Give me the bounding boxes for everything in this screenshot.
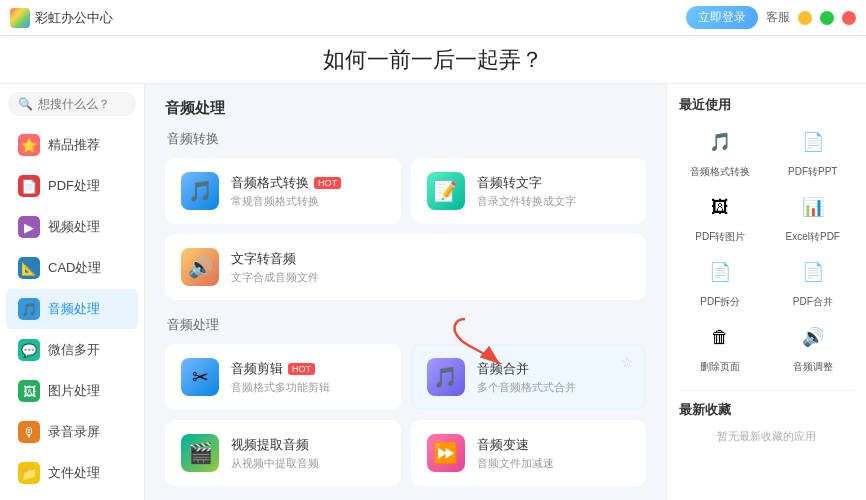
right-panel: 最近使用 🎵 音频格式转换 📄 PDF转PPT 🖼 PDF转图片 📊 Excel… [666, 84, 866, 500]
tool-name-text-to-audio: 文字转音频 [231, 250, 630, 268]
title-bar-controls: 立即登录 客服 [686, 6, 856, 29]
sidebar-item-image[interactable]: 🖼 图片处理 [6, 371, 138, 411]
sidebar-icon-premium: ⭐ [18, 134, 40, 156]
tools-grid-1: 🎵 音频格式转换HOT 常规音频格式转换 📝 音频转文字 音录文件转换成文字 🔊… [165, 158, 646, 300]
tool-info-audio-edit: 音频剪辑HOT 音频格式多功能剪辑 [231, 360, 385, 395]
sidebar-item-cad[interactable]: 📐 CAD处理 [6, 248, 138, 288]
tool-name-audio-merge: 音频合并 [477, 360, 631, 378]
tool-icon-audio-speed: ⏩ [427, 434, 465, 472]
sidebar-item-record[interactable]: 🎙 录音录屏 [6, 412, 138, 452]
star-icon[interactable]: ☆ [621, 354, 634, 370]
sidebar-item-audio[interactable]: 🎵 音频处理 [6, 289, 138, 329]
collect-empty: 暂无最新收藏的应用 [679, 429, 854, 444]
recent-item-recent-pdf-split[interactable]: 📄 PDF拆分 [679, 254, 762, 309]
sidebar-item-system[interactable]: ⚙ 系统工具 [6, 494, 138, 500]
app-name: 彩虹办公中心 [35, 9, 113, 27]
tool-desc-text-to-audio: 文字合成音频文件 [231, 270, 630, 285]
recent-icon-recent-format: 🎵 [702, 124, 738, 160]
page-title: 如何一前一后一起弄？ [323, 45, 543, 75]
app-logo: 彩虹办公中心 [10, 8, 113, 28]
tool-name-audio-edit: 音频剪辑HOT [231, 360, 385, 378]
sidebar-icon-pdf: 📄 [18, 175, 40, 197]
hot-badge: HOT [314, 177, 341, 189]
recent-item-recent-format[interactable]: 🎵 音频格式转换 [679, 124, 762, 179]
recent-label-recent-format: 音频格式转换 [690, 165, 750, 179]
tool-card-audio-merge[interactable]: 🎵 音频合并 多个音频格式式合并 ☆ [411, 344, 647, 410]
sidebar-label-wechat: 微信多开 [48, 341, 100, 359]
sidebar-label-premium: 精品推荐 [48, 136, 100, 154]
recent-label-recent-excel-pdf: Excel转PDF [786, 230, 840, 244]
sidebar-item-pdf[interactable]: 📄 PDF处理 [6, 166, 138, 206]
app-header: 如何一前一后一起弄？ [0, 36, 866, 84]
sidebar-icon-video: ▶ [18, 216, 40, 238]
tool-name-audio-speed: 音频变速 [477, 436, 631, 454]
tool-icon-audio-merge: 🎵 [427, 358, 465, 396]
recent-label-recent-pdf-ppt: PDF转PPT [788, 165, 837, 179]
tool-card-audio-edit[interactable]: ✂ 音频剪辑HOT 音频格式多功能剪辑 [165, 344, 401, 410]
sidebar-item-video[interactable]: ▶ 视频处理 [6, 207, 138, 247]
recent-icon-recent-pdf-split: 📄 [702, 254, 738, 290]
search-input[interactable] [38, 97, 126, 111]
sidebar-label-image: 图片处理 [48, 382, 100, 400]
tool-card-extract-audio[interactable]: 🎬 视频提取音频 从视频中提取音频 [165, 420, 401, 486]
tool-desc-audio-to-text: 音录文件转换成文字 [477, 194, 631, 209]
recent-item-recent-pdf-ppt[interactable]: 📄 PDF转PPT [772, 124, 855, 179]
sidebar: 🔍 ⭐ 精品推荐 📄 PDF处理 ▶ 视频处理 📐 CAD处理 🎵 音频处理 💬… [0, 84, 145, 500]
tool-desc-audio-merge: 多个音频格式式合并 [477, 380, 631, 395]
sidebar-label-cad: CAD处理 [48, 259, 101, 277]
login-button[interactable]: 立即登录 [686, 6, 758, 29]
tool-name-extract-audio: 视频提取音频 [231, 436, 385, 454]
recent-icon-recent-audio-adj: 🔊 [795, 319, 831, 355]
collect-title: 最新收藏 [679, 401, 854, 419]
tool-info-format-convert: 音频格式转换HOT 常规音频格式转换 [231, 174, 385, 209]
sidebar-icon-file: 📁 [18, 462, 40, 484]
tool-info-text-to-audio: 文字转音频 文字合成音频文件 [231, 250, 630, 285]
sidebar-icon-cad: 📐 [18, 257, 40, 279]
sidebar-icon-wechat: 💬 [18, 339, 40, 361]
sidebar-icon-audio: 🎵 [18, 298, 40, 320]
sidebar-label-video: 视频处理 [48, 218, 100, 236]
recent-item-recent-del-page[interactable]: 🗑 删除页面 [679, 319, 762, 374]
tool-info-audio-speed: 音频变速 音频文件加减速 [477, 436, 631, 471]
sidebar-label-file: 文件处理 [48, 464, 100, 482]
close-button[interactable] [842, 11, 856, 25]
logo-icon [10, 8, 30, 28]
subsection-title-1: 音频转换 [165, 130, 646, 148]
recent-label-recent-pdf-img: PDF转图片 [695, 230, 745, 244]
tool-desc-audio-edit: 音频格式多功能剪辑 [231, 380, 385, 395]
tool-info-audio-to-text: 音频转文字 音录文件转换成文字 [477, 174, 631, 209]
recent-label-recent-audio-adj: 音频调整 [793, 360, 833, 374]
recent-item-recent-audio-adj[interactable]: 🔊 音频调整 [772, 319, 855, 374]
sidebar-label-pdf: PDF处理 [48, 177, 100, 195]
tool-desc-extract-audio: 从视频中提取音频 [231, 456, 385, 471]
tool-info-extract-audio: 视频提取音频 从视频中提取音频 [231, 436, 385, 471]
register-button[interactable]: 客服 [766, 9, 790, 26]
sidebar-item-file[interactable]: 📁 文件处理 [6, 453, 138, 493]
tool-card-audio-to-text[interactable]: 📝 音频转文字 音录文件转换成文字 [411, 158, 647, 224]
subsection-title-2: 音频处理 [165, 316, 646, 334]
recent-icon-recent-pdf-ppt: 📄 [795, 124, 831, 160]
tool-name-format-convert: 音频格式转换HOT [231, 174, 385, 192]
tool-icon-audio-edit: ✂ [181, 358, 219, 396]
title-bar: 彩虹办公中心 立即登录 客服 [0, 0, 866, 36]
tool-card-format-convert[interactable]: 🎵 音频格式转换HOT 常规音频格式转换 [165, 158, 401, 224]
sidebar-item-premium[interactable]: ⭐ 精品推荐 [6, 125, 138, 165]
recent-item-recent-pdf-img[interactable]: 🖼 PDF转图片 [679, 189, 762, 244]
recent-item-recent-excel-pdf[interactable]: 📊 Excel转PDF [772, 189, 855, 244]
tool-desc-audio-speed: 音频文件加减速 [477, 456, 631, 471]
sidebar-item-wechat[interactable]: 💬 微信多开 [6, 330, 138, 370]
maximize-button[interactable] [820, 11, 834, 25]
recent-icon-recent-pdf-merge: 📄 [795, 254, 831, 290]
recent-label-recent-pdf-split: PDF拆分 [700, 295, 740, 309]
tool-card-audio-speed[interactable]: ⏩ 音频变速 音频文件加减速 [411, 420, 647, 486]
recent-grid: 🎵 音频格式转换 📄 PDF转PPT 🖼 PDF转图片 📊 Excel转PDF … [679, 124, 854, 374]
minimize-button[interactable] [798, 11, 812, 25]
tools-grid-2: ✂ 音频剪辑HOT 音频格式多功能剪辑 🎵 音频合并 多个音频格式式合并 ☆ 🎬… [165, 344, 646, 486]
recent-icon-recent-del-page: 🗑 [702, 319, 738, 355]
recent-icon-recent-pdf-img: 🖼 [702, 189, 738, 225]
tool-card-text-to-audio[interactable]: 🔊 文字转音频 文字合成音频文件 [165, 234, 646, 300]
sidebar-icon-image: 🖼 [18, 380, 40, 402]
search-box[interactable]: 🔍 [8, 92, 136, 116]
tool-icon-audio-to-text: 📝 [427, 172, 465, 210]
recent-item-recent-pdf-merge[interactable]: 📄 PDF合并 [772, 254, 855, 309]
